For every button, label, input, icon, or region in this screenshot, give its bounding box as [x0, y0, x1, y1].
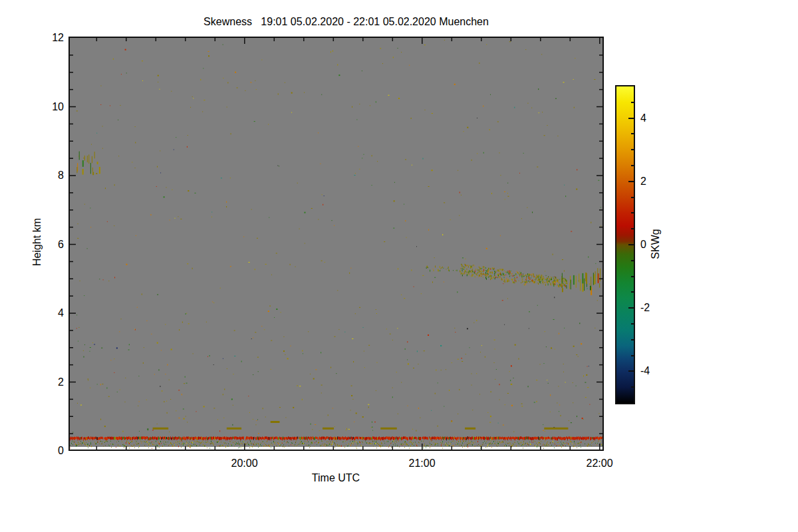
- colorbar-minor-tick: [631, 197, 634, 198]
- y-tick-label-8: 8: [31, 170, 64, 182]
- colorbar-minor-tick: [631, 386, 634, 388]
- colorbar-major-tick: [628, 244, 634, 245]
- colorbar-tick-label-4: 4: [640, 112, 667, 124]
- plot-title: Skewness 19:01 05.02.2020 - 22:01 05.02.…: [70, 16, 605, 28]
- colorbar-minor-tick: [631, 260, 634, 261]
- x-tick-label-2000: 20:00: [221, 458, 268, 469]
- colorbar-major-tick: [628, 118, 634, 119]
- y-tick-label-0: 0: [31, 445, 64, 457]
- colorbar-minor-tick: [631, 291, 634, 293]
- colorbar-tick-label--2: -2: [640, 302, 667, 314]
- colorbar-minor-tick: [631, 149, 634, 150]
- colorbar-tick-label-2: 2: [640, 176, 667, 188]
- y-tick-label-2: 2: [31, 376, 64, 388]
- colorbar-tick-label--4: -4: [640, 365, 667, 377]
- y-axis-title: Height km: [31, 218, 43, 266]
- colorbar-minor-tick: [631, 339, 634, 340]
- skewness-figure: Skewness 19:01 05.02.2020 - 22:01 05.02.…: [0, 0, 798, 532]
- heatmap-canvas: [70, 38, 602, 450]
- colorbar-gradient: [615, 85, 635, 404]
- colorbar-major-tick: [628, 307, 634, 309]
- colorbar-minor-tick: [631, 228, 634, 229]
- colorbar-major-tick: [628, 370, 634, 372]
- colorbar-minor-tick: [631, 355, 634, 356]
- x-tick-label-2100: 21:00: [399, 458, 446, 469]
- colorbar-minor-tick: [631, 323, 634, 325]
- colorbar-minor-tick: [631, 276, 634, 277]
- y-tick-label-12: 12: [31, 32, 64, 44]
- colorbar-minor-tick: [631, 133, 634, 134]
- x-tick-label-2200: 22:00: [577, 458, 623, 469]
- y-tick-label-4: 4: [31, 307, 64, 319]
- colorbar-minor-tick: [631, 102, 634, 103]
- colorbar-major-tick: [628, 181, 634, 182]
- colorbar-title: SKWg: [650, 229, 662, 259]
- colorbar-minor-tick: [631, 212, 634, 213]
- x-axis-title: Time UTC: [312, 472, 360, 484]
- colorbar-minor-tick: [631, 165, 634, 166]
- y-tick-label-10: 10: [31, 101, 64, 113]
